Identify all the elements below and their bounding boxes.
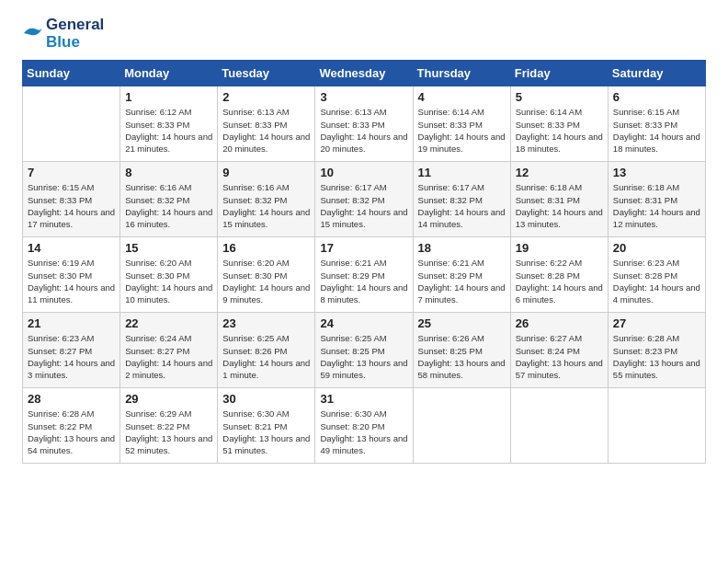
day-number: 5	[516, 90, 603, 104]
header: General Blue	[22, 17, 706, 51]
header-cell-tuesday: Tuesday	[218, 61, 315, 86]
day-cell: 21Sunrise: 6:23 AM Sunset: 8:27 PM Dayli…	[23, 313, 120, 388]
day-cell: 18Sunrise: 6:21 AM Sunset: 8:29 PM Dayli…	[413, 237, 510, 313]
day-info: Sunrise: 6:19 AM Sunset: 8:30 PM Dayligh…	[28, 257, 115, 305]
day-cell: 4Sunrise: 6:14 AM Sunset: 8:33 PM Daylig…	[413, 86, 510, 162]
day-info: Sunrise: 6:27 AM Sunset: 8:24 PM Dayligh…	[516, 332, 603, 381]
day-cell: 28Sunrise: 6:28 AM Sunset: 8:22 PM Dayli…	[23, 388, 120, 464]
day-number: 14	[28, 241, 115, 255]
day-number: 17	[320, 241, 407, 255]
day-info: Sunrise: 6:16 AM Sunset: 8:32 PM Dayligh…	[222, 181, 310, 230]
day-info: Sunrise: 6:14 AM Sunset: 8:33 PM Dayligh…	[516, 106, 603, 155]
day-cell: 30Sunrise: 6:30 AM Sunset: 8:21 PM Dayli…	[218, 388, 315, 464]
header-cell-monday: Monday	[120, 61, 218, 86]
day-cell: 5Sunrise: 6:14 AM Sunset: 8:33 PM Daylig…	[510, 86, 608, 162]
day-number: 9	[222, 166, 310, 179]
day-number: 20	[613, 241, 700, 255]
day-info: Sunrise: 6:17 AM Sunset: 8:32 PM Dayligh…	[418, 181, 506, 230]
day-cell: 13Sunrise: 6:18 AM Sunset: 8:31 PM Dayli…	[608, 162, 705, 237]
header-cell-thursday: Thursday	[413, 61, 510, 86]
day-number: 1	[125, 90, 212, 104]
day-info: Sunrise: 6:21 AM Sunset: 8:29 PM Dayligh…	[320, 257, 407, 305]
day-cell: 16Sunrise: 6:20 AM Sunset: 8:30 PM Dayli…	[218, 237, 315, 313]
day-number: 12	[516, 166, 603, 179]
header-cell-saturday: Saturday	[608, 61, 705, 86]
day-info: Sunrise: 6:30 AM Sunset: 8:20 PM Dayligh…	[320, 408, 407, 456]
week-row-1: 1Sunrise: 6:12 AM Sunset: 8:33 PM Daylig…	[23, 86, 706, 162]
day-info: Sunrise: 6:23 AM Sunset: 8:28 PM Dayligh…	[613, 257, 700, 305]
header-cell-wednesday: Wednesday	[315, 61, 413, 86]
week-row-3: 14Sunrise: 6:19 AM Sunset: 8:30 PM Dayli…	[23, 237, 706, 313]
day-info: Sunrise: 6:14 AM Sunset: 8:33 PM Dayligh…	[418, 106, 506, 155]
day-info: Sunrise: 6:16 AM Sunset: 8:32 PM Dayligh…	[125, 181, 212, 230]
day-number: 27	[613, 316, 700, 330]
day-cell: 3Sunrise: 6:13 AM Sunset: 8:33 PM Daylig…	[315, 86, 413, 162]
day-cell: 12Sunrise: 6:18 AM Sunset: 8:31 PM Dayli…	[510, 162, 608, 237]
day-cell: 25Sunrise: 6:26 AM Sunset: 8:25 PM Dayli…	[413, 313, 510, 388]
day-info: Sunrise: 6:17 AM Sunset: 8:32 PM Dayligh…	[320, 181, 407, 230]
day-cell: 11Sunrise: 6:17 AM Sunset: 8:32 PM Dayli…	[413, 162, 510, 237]
day-cell: 7Sunrise: 6:15 AM Sunset: 8:33 PM Daylig…	[23, 162, 120, 237]
day-cell: 24Sunrise: 6:25 AM Sunset: 8:25 PM Dayli…	[315, 313, 413, 388]
day-cell: 17Sunrise: 6:21 AM Sunset: 8:29 PM Dayli…	[315, 237, 413, 313]
day-info: Sunrise: 6:28 AM Sunset: 8:22 PM Dayligh…	[28, 408, 115, 456]
day-number: 24	[320, 316, 407, 330]
day-number: 22	[125, 316, 212, 330]
logo: General Blue	[22, 17, 104, 51]
day-cell	[23, 86, 120, 162]
day-info: Sunrise: 6:21 AM Sunset: 8:29 PM Dayligh…	[418, 257, 506, 305]
day-number: 15	[125, 241, 212, 255]
day-number: 10	[320, 166, 407, 179]
day-number: 4	[418, 90, 506, 104]
day-info: Sunrise: 6:20 AM Sunset: 8:30 PM Dayligh…	[222, 257, 310, 305]
day-number: 11	[418, 166, 506, 179]
day-cell: 29Sunrise: 6:29 AM Sunset: 8:22 PM Dayli…	[120, 388, 218, 464]
week-row-2: 7Sunrise: 6:15 AM Sunset: 8:33 PM Daylig…	[23, 162, 706, 237]
day-number: 8	[125, 166, 212, 179]
day-cell: 8Sunrise: 6:16 AM Sunset: 8:32 PM Daylig…	[120, 162, 218, 237]
day-cell: 6Sunrise: 6:15 AM Sunset: 8:33 PM Daylig…	[608, 86, 705, 162]
day-info: Sunrise: 6:28 AM Sunset: 8:23 PM Dayligh…	[613, 332, 700, 381]
day-number: 31	[320, 392, 407, 406]
logo-blue: Blue	[46, 34, 104, 52]
day-number: 3	[320, 90, 407, 104]
day-cell: 31Sunrise: 6:30 AM Sunset: 8:20 PM Dayli…	[315, 388, 413, 464]
day-number: 25	[418, 316, 506, 330]
day-cell: 26Sunrise: 6:27 AM Sunset: 8:24 PM Dayli…	[510, 313, 608, 388]
day-info: Sunrise: 6:12 AM Sunset: 8:33 PM Dayligh…	[125, 106, 212, 155]
day-info: Sunrise: 6:25 AM Sunset: 8:25 PM Dayligh…	[320, 332, 407, 381]
logo-bird-icon	[22, 24, 44, 44]
day-number: 30	[222, 392, 310, 406]
day-info: Sunrise: 6:22 AM Sunset: 8:28 PM Dayligh…	[516, 257, 603, 305]
day-info: Sunrise: 6:18 AM Sunset: 8:31 PM Dayligh…	[516, 181, 603, 230]
day-cell: 15Sunrise: 6:20 AM Sunset: 8:30 PM Dayli…	[120, 237, 218, 313]
day-info: Sunrise: 6:26 AM Sunset: 8:25 PM Dayligh…	[418, 332, 506, 381]
day-info: Sunrise: 6:15 AM Sunset: 8:33 PM Dayligh…	[613, 106, 700, 155]
day-info: Sunrise: 6:25 AM Sunset: 8:26 PM Dayligh…	[222, 332, 310, 381]
day-cell: 1Sunrise: 6:12 AM Sunset: 8:33 PM Daylig…	[120, 86, 218, 162]
day-cell: 10Sunrise: 6:17 AM Sunset: 8:32 PM Dayli…	[315, 162, 413, 237]
week-row-4: 21Sunrise: 6:23 AM Sunset: 8:27 PM Dayli…	[23, 313, 706, 388]
day-number: 13	[613, 166, 700, 179]
day-number: 18	[418, 241, 506, 255]
day-number: 26	[516, 316, 603, 330]
day-cell: 14Sunrise: 6:19 AM Sunset: 8:30 PM Dayli…	[23, 237, 120, 313]
day-number: 28	[28, 392, 115, 406]
day-cell: 9Sunrise: 6:16 AM Sunset: 8:32 PM Daylig…	[218, 162, 315, 237]
logo-general: General	[46, 17, 104, 34]
day-info: Sunrise: 6:13 AM Sunset: 8:33 PM Dayligh…	[222, 106, 310, 155]
day-cell: 27Sunrise: 6:28 AM Sunset: 8:23 PM Dayli…	[608, 313, 705, 388]
week-row-5: 28Sunrise: 6:28 AM Sunset: 8:22 PM Dayli…	[23, 388, 706, 464]
day-info: Sunrise: 6:29 AM Sunset: 8:22 PM Dayligh…	[125, 408, 212, 456]
day-cell	[413, 388, 510, 464]
calendar-table: SundayMondayTuesdayWednesdayThursdayFrid…	[22, 60, 706, 464]
day-cell: 2Sunrise: 6:13 AM Sunset: 8:33 PM Daylig…	[218, 86, 315, 162]
day-number: 21	[28, 316, 115, 330]
day-number: 29	[125, 392, 212, 406]
day-number: 16	[222, 241, 310, 255]
day-number: 6	[613, 90, 700, 104]
day-info: Sunrise: 6:15 AM Sunset: 8:33 PM Dayligh…	[28, 181, 115, 230]
day-cell: 22Sunrise: 6:24 AM Sunset: 8:27 PM Dayli…	[120, 313, 218, 388]
header-cell-friday: Friday	[510, 61, 608, 86]
day-number: 23	[222, 316, 310, 330]
